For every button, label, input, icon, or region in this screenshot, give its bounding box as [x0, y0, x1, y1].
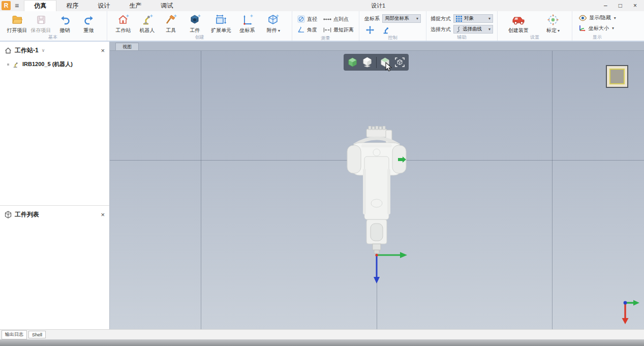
shaded-view-button[interactable]: [346, 56, 359, 69]
calibrate-target-icon: [547, 13, 559, 26]
tree-expander[interactable]: [7, 64, 9, 66]
extension-unit-icon: [214, 13, 228, 26]
group-label-basic: 基本: [48, 34, 57, 41]
axis-size-button[interactable]: 坐标大小 ▾: [578, 24, 616, 32]
tab-simulation[interactable]: 仿真: [24, 0, 56, 11]
minimize-button[interactable]: –: [604, 3, 607, 9]
select-mode-select[interactable]: 选择曲线 ▾: [453, 25, 493, 34]
folder-icon: [11, 13, 23, 26]
view-cube-top-face[interactable]: [609, 69, 625, 84]
group-label-settings: 设置: [530, 34, 539, 41]
redo-button[interactable]: 重做: [77, 12, 101, 34]
maximize-button[interactable]: □: [619, 3, 622, 9]
tab-debug[interactable]: 调试: [151, 0, 182, 11]
shortest-distance-icon: [323, 27, 331, 33]
floppy-disk-icon: [36, 13, 47, 26]
axis-size-icon: [578, 24, 587, 32]
workpiece-close-icon[interactable]: ×: [101, 211, 105, 218]
robot-button[interactable]: 机器人: [135, 12, 159, 34]
workpiece-button[interactable]: 工件: [183, 12, 207, 34]
view-cube[interactable]: [606, 65, 628, 88]
attachment-caret-icon[interactable]: ▾: [278, 28, 280, 33]
viewport-tab-view[interactable]: 视图: [115, 43, 139, 50]
open-project-button[interactable]: 打开项目: [5, 12, 29, 34]
frame-button[interactable]: 坐标系: [235, 12, 259, 34]
station-close-icon[interactable]: ×: [101, 47, 105, 54]
frame-select-caret-icon: ▾: [416, 16, 418, 21]
status-bar: 输出日志 Shell: [0, 329, 644, 339]
close-button[interactable]: ×: [633, 3, 637, 9]
view-mode-toolbar: [344, 54, 409, 71]
undo-icon: [59, 13, 71, 26]
left-panel: 工作站-1 ∨ × IRB1200_5 (机器人) 工件列表 ×: [0, 42, 110, 329]
station-panel: 工作站-1 ∨ × IRB1200_5 (机器人): [0, 42, 109, 205]
cube-outline-icon: [5, 211, 12, 218]
angle-button[interactable]: 角度: [297, 24, 317, 35]
home-icon: [5, 47, 12, 54]
tab-design[interactable]: 设计: [88, 0, 119, 11]
hamburger-menu-icon[interactable]: ≡: [15, 0, 19, 11]
jog-robot-button[interactable]: [382, 25, 391, 35]
snap-mode-select[interactable]: 对象 ▾: [453, 14, 493, 23]
tab-program[interactable]: 程序: [56, 0, 88, 11]
workstation-house-icon: [117, 13, 130, 26]
section-view-button[interactable]: [361, 56, 374, 69]
toolbar-divider: [376, 57, 377, 68]
tree-item-robot[interactable]: IRB1200_5 (机器人): [0, 57, 109, 68]
workstation-button[interactable]: 工作站: [111, 12, 135, 34]
joint-axis-arrow: [397, 156, 407, 163]
curve-icon: [456, 26, 461, 33]
calibrate-caret-icon[interactable]: ▾: [558, 28, 560, 33]
tool-button[interactable]: 工具: [159, 12, 183, 34]
fit-view-button[interactable]: [393, 56, 406, 69]
show-hide-caret-icon: ▾: [614, 16, 616, 20]
tab-production[interactable]: 生产: [119, 0, 151, 11]
select-mode-label: 选择方式: [431, 26, 451, 33]
tree-item-label: IRB1200_5 (机器人): [22, 60, 73, 68]
extension-unit-button[interactable]: 扩展单元: [207, 12, 235, 34]
diameter-icon: [297, 15, 305, 23]
frame-select[interactable]: 局部坐标系 ▾: [382, 14, 421, 23]
group-label-aux: 辅助: [457, 34, 467, 41]
point-to-point-button[interactable]: 点到点: [323, 14, 354, 24]
attachment-cube-icon: [267, 13, 280, 26]
eye-icon: [578, 15, 587, 21]
window-controls: – □ ×: [604, 0, 644, 11]
ribbon-group-measure: 直径 角度 点到点 最短距离 测量: [292, 11, 359, 41]
station-chevron-icon[interactable]: ∨: [42, 48, 45, 53]
station-panel-title: 工作站-1: [15, 46, 39, 55]
shell-tab[interactable]: Shell: [28, 331, 46, 338]
tree-robot-icon: [12, 61, 19, 68]
attachment-button[interactable]: 附件▾: [259, 12, 288, 34]
save-project-button[interactable]: 保存项目: [29, 12, 53, 34]
station-panel-header: 工作站-1 ∨ ×: [0, 44, 109, 57]
ribbon-group-control: 坐标系 局部坐标系 ▾ 控制: [359, 11, 426, 41]
window-title: 设计1: [371, 0, 385, 11]
snap-grid-icon: [456, 16, 462, 22]
shortest-distance-button[interactable]: 最短距离: [323, 24, 354, 35]
snap-mode-label: 捕捉方式: [431, 15, 451, 22]
frame-select-label: 坐标系: [364, 15, 380, 22]
undo-button[interactable]: 撤销: [53, 12, 77, 34]
workpiece-panel-header: 工件列表 ×: [0, 208, 109, 221]
diameter-button[interactable]: 直径: [297, 14, 317, 24]
snap-select-caret-icon: ▾: [488, 16, 490, 21]
move-object-button[interactable]: [365, 25, 375, 35]
ribbon-group-aux: 捕捉方式 对象 ▾ 选择方式 选择曲线 ▾ 辅助: [426, 11, 498, 41]
create-device-button[interactable]: 创建装置: [505, 12, 532, 34]
ribbon-group-settings: 创建装置 标定▾ 设置: [498, 11, 572, 41]
robot-model[interactable]: [346, 126, 407, 254]
group-label-create: 创建: [195, 34, 204, 41]
robot-arm-icon: [141, 13, 154, 26]
viewport-3d[interactable]: 视图: [110, 42, 644, 329]
hammer-icon: [165, 13, 178, 26]
output-log-tab[interactable]: 输出日志: [2, 330, 27, 339]
show-hide-button[interactable]: 显示/隐藏 ▾: [578, 14, 616, 21]
calibrate-button[interactable]: 标定▾: [541, 12, 565, 34]
app-logo[interactable]: R: [2, 1, 11, 10]
ribbon: 打开项目 保存项目 撤销 重做 基本: [0, 11, 644, 42]
menu-tabs: 仿真 程序 设计 生产 调试: [24, 0, 182, 11]
app-window: { "window": { "logo_letter": "R", "title…: [0, 0, 644, 346]
top-face-view-button[interactable]: [378, 56, 391, 69]
select-select-caret-icon: ▾: [488, 27, 490, 32]
